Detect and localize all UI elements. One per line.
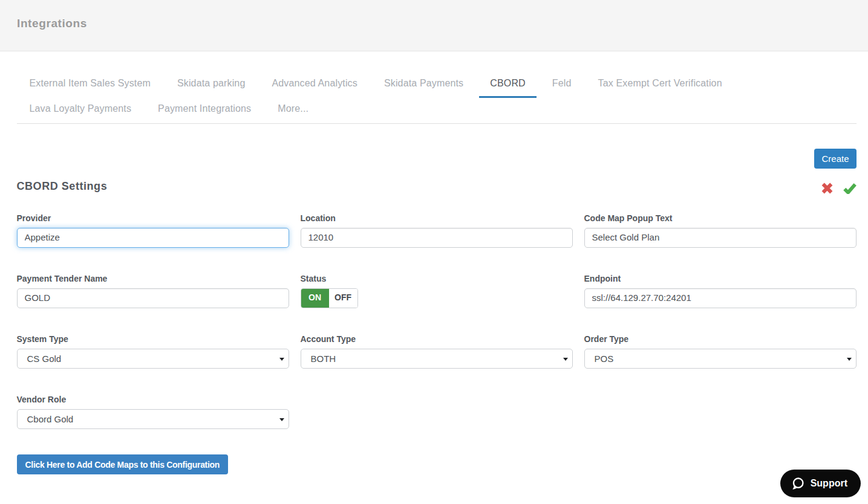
field-provider: Provider (17, 213, 289, 248)
field-payment-tender-name: Payment Tender Name (17, 274, 289, 308)
payment-tender-name-label: Payment Tender Name (17, 274, 289, 284)
provider-input[interactable] (17, 228, 289, 248)
endpoint-input[interactable] (584, 288, 857, 308)
add-code-maps-button[interactable]: Click Here to Add Code Maps to this Conf… (17, 454, 229, 474)
chat-bubble-icon (792, 477, 804, 490)
support-button[interactable]: Support (780, 470, 861, 497)
status-toggle: ON OFF (301, 288, 358, 308)
tab-skidata-payments[interactable]: Skidata Payments (373, 73, 474, 98)
confirm-check-icon[interactable] (843, 183, 857, 194)
tab-more[interactable]: More... (267, 98, 319, 123)
field-order-type: Order Type POS (584, 334, 857, 369)
status-label: Status (301, 274, 573, 284)
cancel-x-icon[interactable] (821, 183, 833, 194)
caret-down-icon (279, 418, 284, 421)
tab-advanced-analytics[interactable]: Advanced Analytics (261, 73, 368, 98)
field-vendor-role: Vendor Role Cbord Gold (17, 395, 289, 429)
main-content: Create CBORD Settings Provider Location (17, 149, 857, 474)
payment-tender-name-input[interactable] (17, 288, 289, 308)
location-input[interactable] (301, 228, 573, 248)
status-off-button[interactable]: OFF (329, 289, 357, 308)
field-location: Location (301, 213, 573, 248)
field-endpoint: Endpoint (584, 274, 857, 308)
tab-tax-exempt-cert-verification[interactable]: Tax Exempt Cert Verification (587, 73, 733, 98)
page-title: Integrations (17, 17, 868, 30)
status-on-button[interactable]: ON (301, 289, 329, 308)
tab-payment-integrations[interactable]: Payment Integrations (147, 98, 262, 123)
tab-skidata-parking[interactable]: Skidata parking (166, 73, 256, 98)
system-type-select[interactable]: CS Gold (17, 349, 289, 369)
tab-list: External Item Sales System Skidata parki… (17, 73, 857, 123)
create-button[interactable]: Create (814, 149, 856, 169)
field-account-type: Account Type BOTH (301, 334, 573, 369)
page-header: Integrations (0, 0, 868, 51)
code-map-popup-text-label: Code Map Popup Text (584, 213, 857, 224)
system-type-label: System Type (17, 334, 289, 344)
vendor-role-select[interactable]: Cbord Gold (17, 409, 289, 429)
tab-lava-loyalty-payments[interactable]: Lava Loyalty Payments (19, 98, 143, 123)
tabs-bar: External Item Sales System Skidata parki… (17, 73, 857, 124)
tab-cbord[interactable]: CBORD (479, 73, 537, 98)
caret-down-icon (279, 358, 284, 361)
order-type-label: Order Type (584, 334, 857, 344)
support-label: Support (811, 478, 847, 489)
order-type-select[interactable]: POS (584, 349, 857, 369)
field-status: Status ON OFF (301, 274, 573, 308)
endpoint-label: Endpoint (584, 274, 857, 284)
location-label: Location (301, 213, 573, 224)
field-system-type: System Type CS Gold (17, 334, 289, 369)
field-code-map-popup-text: Code Map Popup Text (584, 213, 857, 248)
cbord-settings-form: Provider Location Code Map Popup Text Pa… (17, 213, 857, 429)
provider-label: Provider (17, 213, 289, 224)
caret-down-icon (847, 358, 852, 361)
code-map-popup-text-input[interactable] (584, 228, 857, 248)
account-type-value: BOTH (311, 354, 336, 364)
order-type-value: POS (595, 354, 614, 364)
tab-external-item-sales-system[interactable]: External Item Sales System (19, 73, 162, 98)
account-type-select[interactable]: BOTH (301, 349, 573, 369)
caret-down-icon (563, 358, 568, 361)
system-type-value: CS Gold (27, 354, 62, 364)
vendor-role-label: Vendor Role (17, 395, 289, 405)
vendor-role-value: Cbord Gold (27, 414, 74, 424)
section-title: CBORD Settings (17, 180, 108, 193)
account-type-label: Account Type (301, 334, 573, 344)
tab-feld[interactable]: Feld (541, 73, 582, 98)
